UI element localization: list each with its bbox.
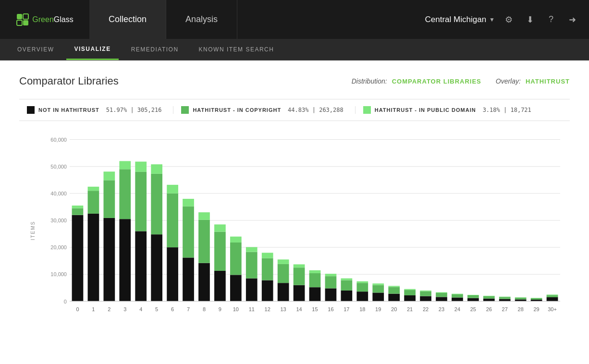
top-navigation: GreenGlass Collection Analysis Central M… [0, 0, 589, 39]
svg-rect-20 [72, 206, 84, 208]
svg-rect-31 [119, 169, 131, 219]
svg-rect-35 [135, 172, 147, 231]
legend-hathitrust-copyright: HATHITRUST - IN COPYRIGHT 44.83% | 263,2… [173, 106, 355, 114]
svg-rect-108 [420, 291, 431, 291]
distribution-label: Distribution: [352, 77, 387, 85]
svg-text:17: 17 [344, 306, 349, 312]
svg-rect-127 [499, 297, 511, 299]
svg-text:0: 0 [76, 306, 79, 312]
svg-rect-24 [88, 187, 99, 191]
svg-rect-72 [278, 259, 289, 264]
svg-rect-59 [230, 243, 242, 275]
settings-button[interactable]: ⚙ [502, 12, 516, 27]
svg-rect-91 [356, 283, 368, 291]
svg-text:8: 8 [203, 306, 206, 312]
svg-text:16: 16 [328, 306, 333, 312]
nav-tab-analysis[interactable]: Analysis [166, 0, 237, 39]
svg-text:23: 23 [439, 306, 444, 312]
subnav-known-item-search[interactable]: KNOWN ITEM SEARCH [191, 39, 282, 60]
svg-rect-114 [452, 298, 463, 302]
download-button[interactable]: ⬇ [523, 12, 537, 27]
svg-rect-36 [135, 162, 147, 172]
institution-selector[interactable]: Central Michigan ▼ [425, 15, 495, 24]
svg-rect-66 [262, 280, 273, 302]
svg-rect-130 [515, 299, 527, 301]
logo-green-text: Green [32, 15, 53, 24]
overlay-value[interactable]: HATHITRUST [526, 78, 570, 85]
svg-rect-138 [547, 297, 558, 301]
svg-rect-48 [183, 199, 194, 206]
svg-rect-22 [88, 214, 99, 301]
svg-rect-51 [198, 220, 210, 263]
svg-text:0: 0 [64, 298, 67, 304]
svg-text:1: 1 [92, 306, 95, 312]
svg-text:30+: 30+ [548, 306, 557, 312]
svg-rect-2 [17, 20, 22, 25]
svg-rect-116 [452, 294, 463, 294]
help-button[interactable]: ? [544, 12, 558, 27]
svg-rect-135 [531, 298, 542, 300]
svg-rect-103 [404, 290, 416, 295]
svg-text:20: 20 [391, 306, 397, 312]
svg-rect-119 [467, 295, 479, 298]
svg-rect-43 [167, 194, 178, 247]
svg-rect-71 [278, 264, 289, 283]
legend-label-2: HATHITRUST - IN PUBLIC DOMAIN [375, 107, 476, 113]
primary-nav-tabs: Collection Analysis [89, 0, 237, 39]
legend-stat-2: 3.18% | 18,721 [483, 107, 531, 113]
greenglass-logo-icon [16, 13, 29, 26]
svg-rect-0 [17, 14, 22, 19]
legend-swatch-green-dark [181, 106, 189, 114]
svg-rect-23 [88, 191, 99, 214]
svg-rect-19 [72, 208, 84, 215]
svg-rect-63 [246, 252, 258, 279]
logo-white-text: Glass [54, 15, 74, 24]
svg-rect-115 [452, 294, 463, 298]
svg-rect-70 [278, 283, 289, 301]
svg-rect-94 [372, 292, 384, 301]
svg-text:12: 12 [265, 306, 270, 312]
svg-rect-124 [483, 296, 495, 296]
svg-rect-18 [72, 215, 84, 302]
svg-rect-140 [547, 294, 558, 295]
svg-rect-111 [436, 293, 447, 297]
svg-text:25: 25 [470, 306, 476, 312]
svg-rect-68 [262, 253, 273, 258]
svg-text:7: 7 [187, 306, 190, 312]
svg-text:28: 28 [518, 306, 524, 312]
subnav-visualize[interactable]: VISUALIZE [66, 39, 118, 60]
chart-title: Comparator Libraries [19, 75, 119, 87]
subnav-remediation[interactable]: REMEDIATION [123, 39, 186, 60]
svg-text:24: 24 [454, 306, 460, 312]
svg-rect-84 [325, 274, 337, 276]
svg-rect-54 [214, 271, 226, 301]
svg-rect-55 [214, 232, 226, 271]
distribution-value[interactable]: COMPARATOR LIBRARIES [392, 78, 481, 85]
svg-text:50,000: 50,000 [50, 164, 67, 170]
svg-text:9: 9 [219, 306, 221, 312]
svg-rect-112 [436, 292, 447, 293]
svg-text:14: 14 [296, 306, 302, 312]
svg-rect-122 [483, 299, 495, 302]
legend-label-0: NOT IN HATHITRUST [38, 107, 99, 113]
subnav-overview[interactable]: OVERVIEW [10, 39, 61, 60]
svg-text:26: 26 [486, 306, 492, 312]
svg-text:20,000: 20,000 [50, 244, 67, 250]
svg-text:15: 15 [312, 306, 318, 312]
svg-rect-42 [167, 247, 178, 301]
svg-rect-3 [23, 20, 28, 25]
svg-rect-74 [294, 285, 305, 302]
svg-text:6: 6 [171, 306, 174, 312]
svg-rect-26 [103, 218, 115, 301]
svg-rect-64 [246, 247, 258, 252]
svg-rect-1 [23, 14, 28, 19]
svg-rect-98 [388, 294, 400, 302]
institution-dropdown-arrow: ▼ [489, 16, 495, 23]
bar-chart-container: ITEMS 010,00020,00030,00040,00050,00060,… [43, 134, 565, 327]
nav-tab-collection[interactable]: Collection [89, 0, 166, 39]
y-axis-label: ITEMS [30, 221, 36, 241]
svg-text:18: 18 [359, 306, 365, 312]
logout-button[interactable]: ➜ [565, 12, 579, 27]
svg-rect-58 [230, 275, 242, 301]
svg-rect-80 [309, 270, 321, 273]
